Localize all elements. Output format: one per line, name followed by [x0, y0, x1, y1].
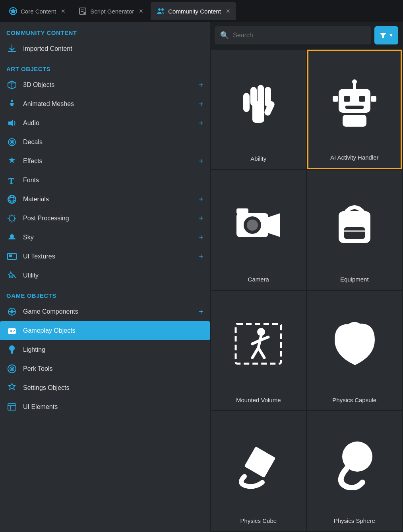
grid-item-ability[interactable]: Ability	[211, 50, 306, 169]
grid-item-physics-capsule[interactable]: Physics Capsule	[307, 291, 402, 411]
section-header-game-objects: GAME OBJECTS	[0, 285, 210, 302]
settings-objects-label: Settings Objects	[23, 384, 203, 391]
audio-icon	[6, 118, 17, 129]
grid-item-ai-activity-handler[interactable]: AI Activity Handler	[307, 50, 402, 169]
3d-objects-label: 3D Objects	[23, 81, 193, 89]
sidebar-item-fonts[interactable]: T Fonts	[0, 171, 210, 190]
search-input[interactable]	[233, 32, 366, 39]
post-icon	[6, 213, 17, 224]
svg-rect-69	[236, 208, 248, 214]
sidebar-item-lighting[interactable]: Lighting	[0, 340, 210, 359]
sidebar-item-post-processing[interactable]: Post Processing +	[0, 209, 210, 228]
sidebar-item-ui-textures[interactable]: UI Textures +	[0, 247, 210, 266]
filter-button[interactable]: ▼	[374, 26, 398, 44]
physics-sphere-label: Physics Sphere	[334, 517, 375, 525]
sidebar-item-game-components[interactable]: Game Components +	[0, 302, 210, 321]
sidebar-item-utility[interactable]: Utility	[0, 266, 210, 285]
tab-bar: Core Content ✕ Script Generator ✕ Commun…	[0, 0, 403, 22]
gameplay-icon	[6, 325, 17, 336]
game-components-label: Game Components	[23, 308, 193, 315]
ai-activity-handler-icon	[312, 56, 398, 150]
post-processing-add[interactable]: +	[199, 214, 203, 223]
sidebar-item-gameplay-objects[interactable]: Gameplay Objects	[0, 321, 210, 340]
sidebar-item-settings-objects[interactable]: Settings Objects	[0, 378, 210, 397]
search-bar: 🔍 ▼	[210, 22, 403, 48]
decals-icon	[6, 137, 17, 148]
mounted-volume-icon	[214, 296, 303, 392]
tab-script-generator-close[interactable]: ✕	[139, 8, 143, 14]
3d-objects-add[interactable]: +	[199, 81, 203, 90]
svg-rect-52	[243, 93, 250, 112]
sidebar-item-imported-content[interactable]: Imported Content	[0, 39, 210, 58]
cube-icon	[6, 79, 17, 91]
tab-core-content-close[interactable]: ✕	[61, 8, 66, 14]
ui-tex-icon	[6, 251, 17, 262]
tab-core-content[interactable]: Core Content ✕	[3, 2, 71, 20]
sidebar-item-perk-tools[interactable]: Perk Tools	[0, 359, 210, 378]
svg-rect-82	[244, 446, 276, 478]
gameplay-objects-label: Gameplay Objects	[23, 327, 203, 334]
svg-point-7	[158, 8, 161, 11]
game-components-add[interactable]: +	[199, 307, 203, 316]
settings-obj-icon	[6, 382, 17, 393]
grid-item-camera[interactable]: Camera	[211, 170, 306, 290]
sky-add[interactable]: +	[199, 233, 203, 242]
svg-point-62	[352, 79, 357, 84]
effects-icon	[6, 156, 17, 167]
sidebar-item-sky[interactable]: Sky +	[0, 228, 210, 247]
equipment-icon	[310, 175, 399, 272]
core-content-icon	[9, 7, 17, 15]
sidebar-item-effects[interactable]: Effects +	[0, 152, 210, 171]
svg-line-26	[14, 216, 15, 216]
svg-rect-59	[359, 96, 365, 102]
community-content-icon	[156, 7, 165, 15]
svg-point-42	[14, 330, 15, 331]
tab-script-generator[interactable]: Script Generator ✕	[73, 2, 149, 20]
audio-label: Audio	[23, 120, 193, 127]
svg-marker-1	[10, 8, 16, 14]
svg-rect-64	[371, 96, 376, 102]
utility-icon	[6, 270, 17, 281]
equipment-label: Equipment	[340, 276, 369, 283]
svg-point-34	[10, 310, 14, 313]
materials-add[interactable]: +	[199, 195, 203, 204]
perk-icon	[6, 363, 17, 374]
effects-add[interactable]: +	[199, 157, 203, 166]
tab-community-content[interactable]: Community Content ✕	[151, 2, 236, 20]
decals-label: Decals	[23, 139, 203, 146]
utility-label: Utility	[23, 272, 203, 279]
sidebar-item-decals[interactable]: Decals	[0, 133, 210, 152]
sidebar-item-materials[interactable]: Materials +	[0, 190, 210, 209]
animated-meshes-label: Animated Meshes	[23, 100, 193, 108]
grid-item-physics-sphere[interactable]: Physics Sphere	[307, 411, 402, 531]
sidebar-item-audio[interactable]: Audio +	[0, 114, 210, 133]
svg-rect-60	[345, 106, 364, 109]
camera-icon	[214, 175, 303, 272]
sidebar: COMMUNITY CONTENT Imported Content ART O…	[0, 22, 210, 532]
grid-item-physics-cube[interactable]: Physics Cube	[211, 411, 306, 531]
svg-line-24	[9, 216, 10, 216]
audio-add[interactable]: +	[199, 119, 203, 128]
section-header-community: COMMUNITY CONTENT	[0, 22, 210, 39]
sidebar-item-ui-elements[interactable]: UI Elements	[0, 397, 210, 416]
svg-marker-12	[8, 120, 13, 127]
grid-item-equipment[interactable]: Equipment	[307, 170, 402, 290]
animated-meshes-add[interactable]: +	[199, 100, 203, 109]
script-generator-icon	[78, 7, 87, 15]
svg-rect-65	[343, 115, 366, 127]
svg-text:T: T	[8, 176, 14, 185]
tab-community-content-close[interactable]: ✕	[226, 8, 231, 14]
physics-cube-icon	[214, 416, 303, 513]
ui-textures-add[interactable]: +	[199, 252, 203, 261]
fonts-label: Fonts	[23, 177, 203, 184]
sidebar-item-3d-objects[interactable]: 3D Objects +	[0, 75, 210, 94]
main-layout: COMMUNITY CONTENT Imported Content ART O…	[0, 22, 403, 532]
ai-activity-handler-label: AI Activity Handler	[330, 154, 379, 162]
grid-item-mounted-volume[interactable]: Mounted Volume	[211, 291, 306, 411]
svg-line-25	[14, 221, 15, 222]
right-panel: 🔍 ▼	[210, 22, 403, 532]
sky-label: Sky	[23, 234, 193, 241]
ability-icon	[214, 54, 303, 151]
sidebar-item-animated-meshes[interactable]: Animated Meshes +	[0, 94, 210, 114]
import-icon	[6, 43, 17, 54]
